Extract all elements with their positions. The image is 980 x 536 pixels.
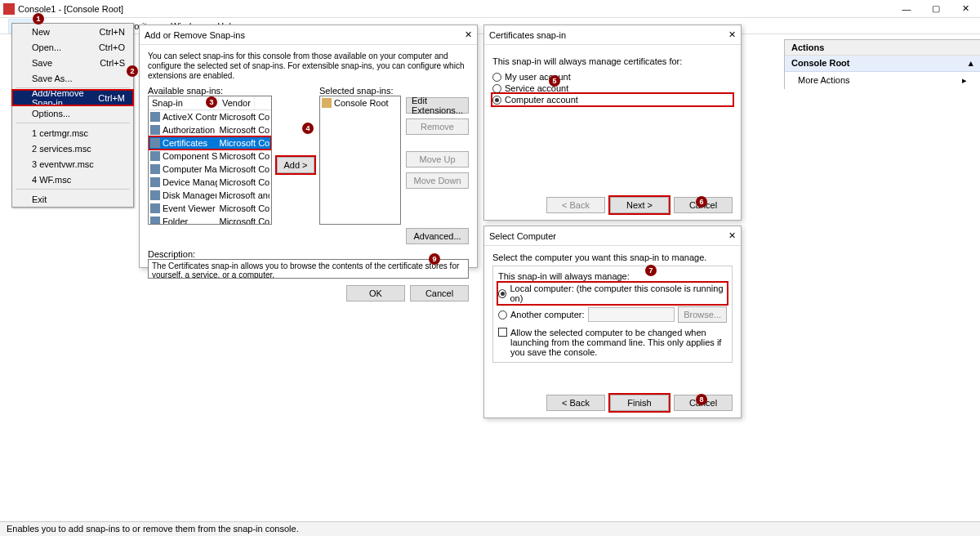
dialog-close-icon[interactable]: ✕	[728, 230, 736, 241]
another-computer-input[interactable]	[588, 307, 675, 322]
step-marker-6: 6	[696, 196, 707, 208]
certificates-snapin-dialog: Certificates snap-in ✕ This snap-in will…	[483, 25, 742, 221]
dialog-desc: You can select snap-ins for this console…	[148, 51, 469, 81]
menu-recent-1[interactable]: 1 certmgr.msc	[12, 125, 133, 141]
select-computer-dialog: Select Computer ✕ Select the computer yo…	[483, 226, 742, 418]
cancel-button[interactable]: Cancel	[410, 285, 469, 302]
menu-recent-2[interactable]: 2 services.msc	[12, 141, 133, 156]
chevron-right-icon: ▸	[962, 75, 967, 86]
snapin-row[interactable]: FolderMicrosoft Cor...	[149, 215, 271, 225]
selcomp-intro: Select the computer you want this snap-i…	[492, 252, 733, 262]
step-marker-9: 9	[429, 253, 440, 265]
actions-console-root[interactable]: Console Root▴	[785, 56, 980, 72]
allow-change-checkbox[interactable]	[498, 328, 507, 337]
step-marker-4: 4	[302, 123, 314, 134]
available-snapins-list[interactable]: Snap-inVendor ActiveX ControlMicrosoft C…	[148, 96, 272, 225]
menu-options[interactable]: Options...	[12, 105, 133, 121]
snapin-row[interactable]: Component ServicesMicrosoft Cor...	[149, 150, 271, 163]
snapin-row[interactable]: ActiveX ControlMicrosoft Cor...	[149, 110, 271, 123]
radio-my-user[interactable]: My user account	[492, 71, 733, 83]
selected-label: Selected snap-ins:	[319, 86, 401, 96]
step-marker-2: 2	[127, 65, 138, 77]
description-box: The Certificates snap-in allows you to b…	[148, 259, 469, 279]
selcomp-sub: This snap-in will always manage:	[498, 271, 727, 281]
actions-pane: Actions Console Root▴ More Actions▸	[784, 39, 980, 89]
radio-local-computer[interactable]: Local computer: (the computer this conso…	[498, 283, 727, 304]
radio-service[interactable]: Service account	[492, 83, 733, 94]
menu-save[interactable]: SaveCtrl+S	[12, 55, 133, 70]
edit-extensions-button[interactable]: Edit Extensions...	[406, 97, 469, 114]
dialog-title: Certificates snap-in	[489, 30, 566, 40]
menu-save-as[interactable]: Save As...	[12, 70, 133, 86]
dialog-title: Select Computer	[489, 231, 556, 241]
description-label: Description:	[148, 249, 469, 259]
browse-button[interactable]: Browse...	[678, 306, 727, 323]
minimize-button[interactable]: —	[892, 0, 921, 18]
snapin-row[interactable]: Computer Managem...Microsoft Cor...	[149, 163, 271, 176]
dialog-close-icon[interactable]: ✕	[465, 29, 472, 40]
actions-more-actions[interactable]: More Actions▸	[785, 72, 980, 89]
dialog-close-icon[interactable]: ✕	[728, 29, 736, 40]
finish-button[interactable]: Finish	[610, 395, 669, 411]
add-remove-snapins-dialog: Add or Remove Snap-ins ✕ You can select …	[139, 25, 478, 268]
cert-intro: This snap-in will always manage certific…	[492, 56, 733, 66]
actions-header: Actions	[785, 40, 980, 56]
close-button[interactable]: ✕	[951, 0, 980, 18]
menu-recent-4[interactable]: 4 WF.msc	[12, 172, 133, 187]
menu-new[interactable]: NewCtrl+N	[12, 24, 133, 39]
maximize-button[interactable]: ▢	[921, 0, 951, 18]
snapin-row[interactable]: Authorization ManagerMicrosoft Cor...	[149, 123, 271, 136]
menu-recent-3[interactable]: 3 eventvwr.msc	[12, 156, 133, 172]
radio-another-computer[interactable]: Another computer:	[498, 309, 585, 320]
snapin-row[interactable]: CertificatesMicrosoft Cor...	[149, 136, 271, 150]
move-down-button[interactable]: Move Down	[406, 172, 469, 189]
snapin-row[interactable]: Device ManagerMicrosoft Cor...	[149, 176, 271, 189]
menu-open[interactable]: Open...Ctrl+O	[12, 39, 133, 55]
step-marker-7: 7	[645, 265, 657, 276]
advanced-button[interactable]: Advanced...	[406, 228, 469, 244]
snapin-row[interactable]: Disk ManagementMicrosoft and...	[149, 189, 271, 202]
remove-button[interactable]: Remove	[406, 118, 469, 135]
collapse-icon[interactable]: ▴	[969, 58, 973, 69]
step-marker-1: 1	[33, 13, 44, 25]
selected-snapins-list[interactable]: Console Root	[319, 96, 401, 225]
add-button[interactable]: Add >	[277, 157, 314, 173]
move-up-button[interactable]: Move Up	[406, 151, 469, 168]
back-button[interactable]: < Back	[546, 197, 605, 213]
step-marker-8: 8	[696, 394, 707, 405]
statusbar: Enables you to add snap-ins to or remove…	[0, 521, 980, 536]
back-button[interactable]: < Back	[546, 395, 605, 411]
allow-change-label: Allow the selected computer to be change…	[510, 328, 727, 357]
window-title: Console1 - [Console Root]	[18, 4, 892, 14]
radio-computer[interactable]: Computer account	[492, 94, 733, 105]
snapin-row[interactable]: Event ViewerMicrosoft Cor...	[149, 202, 271, 215]
dialog-title: Add or Remove Snap-ins	[145, 30, 245, 40]
ok-button[interactable]: OK	[346, 285, 405, 302]
next-button[interactable]: Next >	[610, 197, 669, 213]
available-label: Available snap-ins:	[148, 86, 272, 96]
mmc-icon	[3, 3, 15, 15]
titlebar: Console1 - [Console Root] — ▢ ✕	[0, 0, 980, 18]
step-marker-5: 5	[549, 75, 560, 87]
menu-exit[interactable]: Exit	[12, 191, 133, 207]
file-menu-dropdown: NewCtrl+N Open...Ctrl+O SaveCtrl+S Save …	[11, 23, 134, 208]
step-marker-3: 3	[206, 96, 217, 108]
menu-add-remove-snapin[interactable]: Add/Remove Snap-in...Ctrl+M	[12, 90, 133, 105]
